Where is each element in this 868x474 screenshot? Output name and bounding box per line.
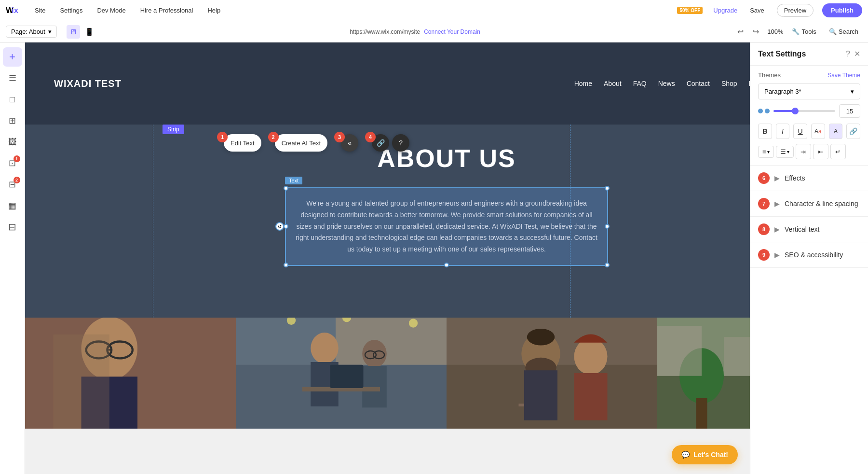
sidebar-item-media[interactable]: 🖼 [3, 132, 22, 152]
devmode-menu[interactable]: Dev Mode [94, 5, 128, 16]
undo-button[interactable]: ↩ [733, 25, 747, 39]
search-button[interactable]: 🔍 Search [825, 26, 862, 37]
step-4-badge: 4 [365, 132, 376, 142]
list-icon: ☰ [780, 148, 786, 155]
elements-icon: ⊞ [9, 115, 16, 126]
slider-thumb[interactable] [792, 108, 799, 114]
floating-toolbar: 1 Edit Text 2 Create AI Text 3 « 4 🔗 ? [213, 134, 409, 152]
link-format-button[interactable]: 🔗 [846, 124, 860, 139]
step-1-badge: 1 [217, 132, 228, 142]
indent-button[interactable]: ⇥ [796, 144, 811, 159]
char-spacing-section[interactable]: 7 ▶ Character & line spacing [750, 191, 868, 217]
alignment-row: ≡ ▾ ☰ ▾ ⇥ ⇤ ↵ [758, 144, 860, 159]
align-left-dropdown[interactable]: ≡ ▾ [758, 146, 774, 158]
text-block-wrapper: Text ↺ We're a young and talented group … [285, 187, 608, 266]
publish-button[interactable]: Publish [822, 3, 862, 17]
page-selector[interactable]: Page: About ▾ [6, 26, 57, 38]
strip-label[interactable]: Strip [163, 125, 184, 134]
font-size-slider[interactable] [773, 110, 835, 112]
vertical-text-section[interactable]: 8 ▶ Vertical text [750, 217, 868, 242]
photo-strip [25, 318, 868, 429]
device-switcher: 🖥 📱 [67, 25, 96, 39]
apps-badge: 1 [14, 155, 20, 162]
italic-button[interactable]: I [776, 124, 790, 139]
font-size-input[interactable]: 15 [839, 104, 860, 118]
search-label: Search [839, 28, 858, 35]
page-selector-label: Page: About [11, 28, 45, 35]
outdent-button[interactable]: ⇤ [813, 144, 828, 159]
left-sidebar: + ☰ □ ⊞ 🖼 ⊡ 1 ⊟ 2 ▦ ⊟ [0, 42, 25, 474]
step-3-badge: 3 [334, 132, 345, 142]
list-dropdown[interactable]: ☰ ▾ [776, 146, 794, 158]
paragraph-option-label: Paragraph 3* [764, 88, 801, 95]
zoom-level[interactable]: 100% [767, 28, 783, 35]
upgrade-button[interactable]: Upgrade [713, 7, 737, 14]
photo-cell-3 [447, 318, 657, 429]
connect-domain-link[interactable]: Connect Your Domain [424, 28, 480, 35]
step-9-badge: 9 [758, 249, 770, 261]
hire-menu[interactable]: Hire a Professional [137, 5, 196, 16]
sidebar-item-elements[interactable]: ⊞ [3, 111, 22, 130]
panel-close-button[interactable]: ✕ [854, 49, 860, 58]
preview-button[interactable]: Preview [777, 4, 814, 17]
resize-handle-bl[interactable] [284, 263, 288, 267]
rtl-button[interactable]: ↵ [830, 144, 846, 159]
themes-label: Themes [758, 71, 781, 79]
resize-handle-ml[interactable] [284, 224, 288, 229]
resize-handle-tr[interactable] [605, 186, 610, 191]
sidebar-item-apps[interactable]: ⊡ 1 [3, 153, 22, 173]
underline-button[interactable]: U [793, 124, 807, 139]
redo-button[interactable]: ↪ [749, 25, 762, 39]
rotate-handle[interactable]: ↺ [275, 222, 284, 231]
help-icon: ? [399, 139, 403, 147]
background-icon: □ [10, 95, 15, 105]
resize-handle-br[interactable] [605, 263, 610, 267]
vertical-text-chevron-icon: ▶ [774, 225, 780, 233]
nav-shop[interactable]: Shop [721, 80, 737, 87]
effects-section[interactable]: 6 ▶ Effects [750, 166, 868, 191]
settings-menu[interactable]: Settings [57, 5, 85, 16]
search-icon: 🔍 [829, 28, 837, 35]
font-color-button[interactable]: Aa [811, 124, 825, 139]
create-ai-text-button[interactable]: Create AI Text [275, 134, 327, 152]
nav-about[interactable]: About [604, 80, 622, 87]
sidebar-item-layers[interactable]: ⊟ [3, 217, 22, 237]
help-menu[interactable]: Help [204, 5, 223, 16]
gallery-icon: ▦ [8, 200, 16, 211]
wix-logo-icon: W ix [6, 6, 23, 15]
desktop-view-button[interactable]: 🖥 [67, 25, 80, 39]
resize-handle-bm[interactable] [444, 263, 449, 267]
resize-handle-mr[interactable] [605, 224, 610, 229]
site-menu[interactable]: Site [32, 5, 48, 16]
highlight-button[interactable]: A [829, 124, 843, 139]
save-theme-link[interactable]: Save Theme [827, 72, 860, 79]
nav-news[interactable]: News [658, 80, 675, 87]
help-button[interactable]: ? [392, 134, 409, 152]
nav-faq[interactable]: FAQ [633, 80, 647, 87]
seo-section[interactable]: 9 ▶ SEO & accessibility [750, 242, 868, 268]
themes-section: Themes Save Theme Paragraph 3* ▾ 15 [750, 66, 868, 166]
sidebar-item-background[interactable]: □ [3, 90, 22, 109]
panel-help-button[interactable]: ? [846, 50, 850, 58]
sidebar-item-pages[interactable]: ☰ [3, 69, 22, 88]
sidebar-item-add[interactable]: + [3, 47, 22, 67]
mobile-view-button[interactable]: 📱 [83, 25, 96, 39]
tools-button[interactable]: 🔧 Tools [788, 26, 820, 37]
toolbar-step-3: 3 « [330, 134, 358, 152]
nav-contact[interactable]: Contact [687, 80, 710, 87]
bold-button[interactable]: B [758, 124, 772, 139]
chat-bubble[interactable]: 💬 Let's Chat! [672, 445, 738, 464]
text-block-selected[interactable]: We're a young and talented group of entr… [285, 187, 608, 266]
photo-cell-1 [25, 318, 236, 429]
tools-icon: 🔧 [792, 28, 800, 35]
themes-row: Themes Save Theme [758, 71, 860, 79]
resize-handle-tl[interactable] [284, 186, 288, 191]
edit-text-button[interactable]: Edit Text [224, 134, 261, 152]
canvas-area: WIXADI TEST Home About FAQ News Contact … [25, 42, 868, 474]
nav-home[interactable]: Home [574, 80, 592, 87]
save-button[interactable]: Save [746, 5, 768, 16]
sidebar-item-gallery[interactable]: ▦ [3, 196, 22, 215]
paragraph-dropdown[interactable]: Paragraph 3* ▾ [758, 84, 860, 99]
sidebar-item-widgets[interactable]: ⊟ 2 [3, 175, 22, 194]
domain-text: https://www.wix.com/mysite [350, 28, 420, 35]
